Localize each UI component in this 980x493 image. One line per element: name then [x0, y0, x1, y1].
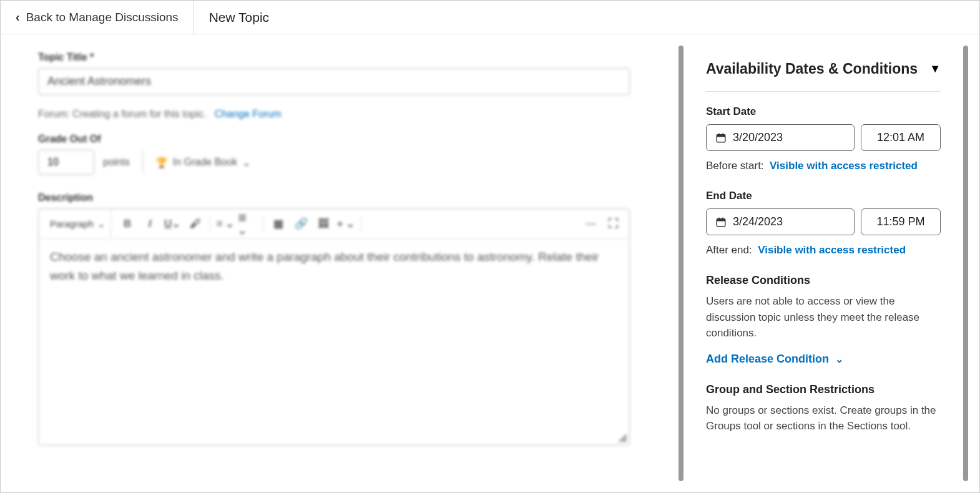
scrollbar[interactable] — [679, 46, 684, 481]
trophy-icon: 🏆 — [155, 157, 168, 168]
insert-object-button[interactable]: ▦ — [268, 214, 288, 234]
add-release-label: Add Release Condition — [706, 353, 829, 366]
start-date-label: Start Date — [706, 105, 941, 118]
rich-text-editor[interactable]: Paragraph ⌄ B I U ⌄ 🖌 ≡ ⌄ ≣ ⌄ ▦ 🔗 🖼 + ⌄ … — [38, 208, 630, 446]
release-conditions-heading: Release Conditions — [706, 274, 941, 287]
release-conditions-desc: Users are not able to access or view the… — [706, 293, 941, 341]
end-date-label: End Date — [706, 190, 941, 202]
page-header: ‹ Back to Manage Discussions New Topic — [1, 1, 979, 34]
italic-button[interactable]: I — [140, 214, 160, 234]
in-grade-book-toggle[interactable]: 🏆 In Grade Book ⌄ — [155, 157, 250, 168]
before-start-label: Before start: — [706, 160, 764, 172]
topic-title-input[interactable] — [38, 68, 630, 95]
format-select[interactable]: Paragraph ⌄ — [45, 209, 111, 238]
after-end-label: After end: — [706, 244, 752, 256]
divider — [142, 151, 143, 173]
back-link-label: Back to Manage Discussions — [26, 11, 179, 24]
scrollbar[interactable] — [963, 46, 968, 481]
more-button[interactable]: ⋯ — [581, 214, 600, 234]
editor-toolbar: Paragraph ⌄ B I U ⌄ 🖌 ≡ ⌄ ≣ ⌄ ▦ 🔗 🖼 + ⌄ … — [39, 209, 629, 239]
chevron-down-icon: ▼ — [929, 62, 941, 76]
end-time-value: 11:59 PM — [876, 215, 924, 228]
separator — [210, 216, 210, 232]
start-date-value: 3/20/2023 — [733, 131, 783, 144]
end-date-input[interactable]: 3/24/2023 — [706, 208, 855, 235]
svg-rect-5 — [717, 218, 725, 221]
separator — [361, 216, 361, 232]
svg-rect-1 — [717, 134, 725, 137]
page-title: New Topic — [194, 10, 285, 25]
grade-book-label: In Grade Book — [173, 157, 237, 168]
grade-input[interactable] — [38, 150, 94, 175]
calendar-icon — [715, 217, 727, 228]
editor-content[interactable]: Choose an ancient astronomer and write a… — [39, 239, 629, 295]
chevron-down-icon: ⌄ — [835, 353, 843, 365]
start-time-input[interactable]: 12:01 AM — [861, 124, 941, 151]
bold-button[interactable]: B — [117, 214, 137, 234]
availability-title: Availability Dates & Conditions — [706, 61, 918, 77]
insert-more-button[interactable]: + ⌄ — [336, 214, 356, 234]
start-date-input[interactable]: 3/20/2023 — [706, 124, 855, 151]
main-form: Topic Title Forum: Creating a forum for … — [1, 34, 667, 492]
grade-label: Grade Out Of — [38, 134, 630, 145]
separator — [263, 216, 263, 232]
after-end-link[interactable]: Visible with access restricted — [758, 244, 906, 256]
forum-info: Forum: Creating a forum for this topic. … — [38, 109, 630, 120]
side-panel: Availability Dates & Conditions ▼ Start … — [667, 34, 979, 492]
grade-points-label: points — [103, 157, 130, 168]
insert-link-button[interactable]: 🔗 — [291, 214, 311, 234]
forum-text: Forum: Creating a forum for this topic. — [38, 109, 206, 119]
chevron-left-icon: ‹ — [16, 10, 20, 24]
calendar-icon — [715, 132, 727, 144]
list-button[interactable]: ≣ ⌄ — [238, 214, 258, 234]
underline-button[interactable]: U ⌄ — [162, 214, 182, 234]
add-release-condition-button[interactable]: Add Release Condition ⌄ — [706, 353, 941, 366]
availability-section-header[interactable]: Availability Dates & Conditions ▼ — [706, 61, 941, 92]
back-link[interactable]: ‹ Back to Manage Discussions — [1, 1, 194, 34]
chevron-down-icon: ⌄ — [242, 157, 250, 168]
end-time-input[interactable]: 11:59 PM — [861, 208, 941, 235]
group-restrictions-heading: Group and Section Restrictions — [706, 383, 941, 396]
end-date-value: 3/24/2023 — [733, 215, 783, 228]
change-forum-link[interactable]: Change Forum — [215, 109, 282, 119]
align-button[interactable]: ≡ ⌄ — [215, 214, 235, 234]
before-start-link[interactable]: Visible with access restricted — [770, 160, 918, 172]
insert-image-button[interactable]: 🖼 — [313, 214, 333, 234]
group-restrictions-desc: No groups or sections exist. Create grou… — [706, 403, 941, 434]
text-color-button[interactable]: 🖌 — [185, 214, 205, 234]
fullscreen-button[interactable]: ⛶ — [603, 214, 623, 234]
chevron-down-icon: ⌄ — [97, 218, 105, 230]
description-label: Description — [38, 192, 630, 203]
start-time-value: 12:01 AM — [877, 131, 924, 144]
topic-title-label: Topic Title — [38, 52, 630, 63]
resize-grip-icon[interactable]: ◢ — [618, 430, 627, 444]
